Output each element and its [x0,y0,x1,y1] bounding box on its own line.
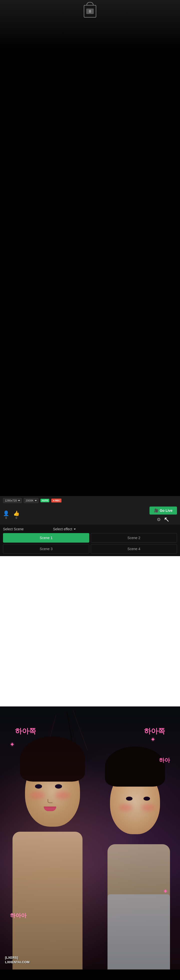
watermark-line2: LXHENTAI.COM [5,960,30,964]
stats-bar: 👤 0 👍 0 🎥 Go Live ⚙ ↖ [0,505,180,525]
rec-badge: ● REC [51,498,62,503]
korean-text-1: 하아쪽 [15,727,36,736]
manga-image: 하아쪽 하아쪽 하아 하아아 [LXERS] LXHENTAI.COM ✦ ✦ … [0,706,180,969]
scene-grid: Scene 1 Scene 2 Scene 3 Scene 4 [0,533,180,554]
controls-bar: 1280x720 2000K AUTO ● REC [0,496,180,505]
korean-text-3: 하아 [159,757,170,764]
korean-text-2: 하아쪽 [144,727,165,736]
effect-chevron-icon [74,528,76,530]
resolution-chevron-icon [18,500,20,501]
settings-row: ⚙ ↖ [157,516,169,523]
scene-2-button[interactable]: Scene 2 [91,533,177,542]
sparkle-2: ✦ [151,737,155,743]
scene-area: Select Scene Select effect Scene 1 Scene… [0,525,180,556]
auto-badge: AUTO [41,499,49,502]
select-scene-label: Select Scene [3,527,53,531]
resolution-value: 1280x720 [5,499,17,502]
likes-count: 0 [16,516,17,519]
select-effect-label: Select effect [53,527,76,531]
gear-icon[interactable]: ⚙ [157,517,161,522]
scene-1-button[interactable]: Scene 1 [3,533,89,542]
go-live-button[interactable]: 🎥 Go Live [150,506,177,515]
scene-header-row: Select Scene Select effect [0,527,180,533]
manga-section: 하아쪽 하아쪽 하아 하아아 [LXERS] LXHENTAI.COM ✦ ✦ … [0,706,180,969]
sparkle-1: ✦ [10,741,14,748]
watermark-line1: [LXERS] [5,955,30,960]
viewers-stat: 👤 0 [3,510,9,519]
lock-icon [84,5,96,18]
cursor: ↖ [164,516,169,523]
bitrate-select[interactable]: 2000K [24,498,38,503]
scene-4-button[interactable]: Scene 4 [91,544,177,554]
viewers-count: 0 [5,516,7,519]
sparkle-3: ✦ [163,888,167,894]
controls-left: 1280x720 2000K AUTO ● REC [3,498,62,503]
scene-3-button[interactable]: Scene 3 [3,544,89,554]
go-live-label: Go Live [160,509,172,512]
stats-left: 👤 0 👍 0 [3,510,19,519]
cursor-arrow-icon: ↖ [164,515,169,523]
bitrate-chevron-icon [35,500,37,501]
likes-icon: 👍 [13,510,19,516]
korean-text-4: 하아아 [10,912,27,920]
likes-stat: 👍 0 [13,510,19,519]
viewers-icon: 👤 [3,510,9,516]
white-spacer [0,556,180,706]
watermark: [LXERS] LXHENTAI.COM [5,955,30,964]
bitrate-value: 2000K [25,499,33,502]
resolution-select[interactable]: 1280x720 [3,498,22,503]
video-preview [0,0,180,496]
camera-icon: 🎥 [154,509,158,512]
